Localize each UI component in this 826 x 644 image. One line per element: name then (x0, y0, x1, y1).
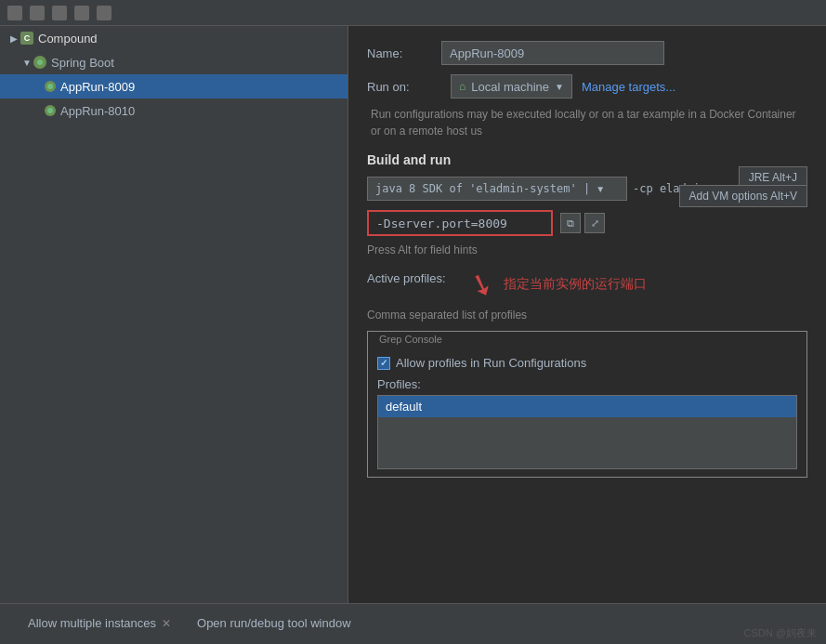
port-field-actions: ⧉ ⤢ (560, 213, 605, 233)
grep-console-title: Grep Console (374, 332, 448, 347)
bottom-bar: Allow multiple instances ✕ Open run/debu… (0, 603, 826, 644)
profiles-list: default (377, 395, 797, 469)
checkmark-icon: ✓ (380, 358, 387, 368)
checkbox-row: ✓ Allow profiles in Run Configurations (377, 356, 797, 370)
allow-profiles-checkbox[interactable]: ✓ (377, 357, 390, 370)
close-icon-multiple[interactable]: ✕ (162, 617, 171, 630)
description-text: Run configurations may be executed local… (367, 106, 807, 139)
sdk-value: java 8 SDK of 'eladmin-system' | (375, 182, 590, 195)
open-debug-tool-label: Open run/debug tool window (197, 616, 351, 630)
hint-text: Press Alt for field hints (367, 243, 807, 256)
sidebar-item-springboot[interactable]: ▼ Spring Boot (0, 50, 347, 74)
run-on-value: Local machine (471, 80, 549, 94)
allow-multiple-instances-label: Allow multiple instances (28, 616, 156, 630)
sidebar-item-compound[interactable]: ▶ C Compound (0, 26, 347, 50)
sdk-dropdown-arrow-icon: ▼ (596, 184, 605, 194)
allow-multiple-instances-item[interactable]: Allow multiple instances ✕ (15, 611, 184, 637)
allow-profiles-label: Allow profiles in Run Configurations (396, 356, 586, 370)
run-on-label: Run on: (367, 80, 441, 94)
port-field-row: ⧉ ⤢ (367, 210, 807, 236)
open-debug-tool-item[interactable]: Open run/debug tool window (184, 611, 364, 637)
port-input[interactable] (367, 210, 553, 236)
sidebar-label-apprun-8010: AppRun-8010 (60, 104, 135, 118)
sidebar-label-springboot: Spring Boot (51, 56, 114, 70)
chevron-down-icon: ▶ (7, 32, 20, 45)
annotation-text: 指定当前实例的运行端口 (504, 276, 647, 293)
profiles-row: Active profiles: ➘ 指定当前实例的运行端口 (367, 269, 807, 303)
toolbar (0, 0, 826, 26)
minus-icon (30, 6, 45, 20)
apprun-icon-8009 (45, 81, 56, 92)
chevron-down-icon-springboot: ▼ (20, 56, 33, 69)
springboot-icon (33, 56, 46, 69)
sidebar-label-compound: Compound (38, 32, 98, 46)
annotation-container: ➘ 指定当前实例的运行端口 (469, 269, 807, 299)
copy-icon[interactable]: ⧉ (560, 213, 581, 233)
dropdown-arrow-icon: ▼ (555, 82, 564, 92)
section-title-build-run: Build and run (367, 152, 807, 167)
manage-targets-link[interactable]: Manage targets... (582, 80, 675, 94)
box-icon (7, 6, 22, 20)
restore-icon (52, 6, 67, 20)
tooltip-addvm: Add VM options Alt+V (679, 185, 807, 207)
annotation-arrow-icon: ➘ (465, 266, 498, 302)
sidebar: ▶ C Compound ▼ Spring Boot AppRun-8009 A… (0, 26, 348, 603)
active-profiles-label: Active profiles: (367, 269, 460, 285)
name-label: Name: (367, 46, 441, 60)
profiles-list-item-default[interactable]: default (378, 396, 796, 417)
compound-icon: C (20, 32, 33, 45)
grep-console-section: Grep Console ✓ Allow profiles in Run Con… (367, 331, 807, 478)
run-on-row: Run on: ⌂ Local machine ▼ Manage targets… (367, 74, 807, 99)
profiles-content: ➘ 指定当前实例的运行端口 (469, 269, 807, 303)
run-on-selector[interactable]: ⌂ Local machine ▼ (451, 74, 572, 99)
profiles-field-label: Profiles: (377, 377, 797, 391)
settings-icon (97, 6, 111, 20)
sidebar-item-apprun-8010[interactable]: AppRun-8010 (0, 99, 347, 123)
grep-console-content: ✓ Allow profiles in Run Configurations P… (368, 350, 806, 477)
name-input[interactable] (441, 41, 664, 65)
home-icon: ⌂ (459, 80, 465, 93)
sidebar-label-apprun-8009: AppRun-8009 (60, 80, 135, 94)
apprun-icon-8010 (45, 105, 56, 116)
close-icon (74, 6, 89, 20)
watermark-text: CSDN @妈夜来 (744, 626, 817, 640)
sidebar-item-apprun-8009[interactable]: AppRun-8009 (0, 74, 347, 99)
main-layout: ▶ C Compound ▼ Spring Boot AppRun-8009 A… (0, 26, 826, 603)
comma-hint: Comma separated list of profiles (367, 309, 807, 322)
right-panel: Name: Run on: ⌂ Local machine ▼ Manage t… (348, 26, 826, 603)
name-row: Name: (367, 41, 807, 65)
expand-icon[interactable]: ⤢ (584, 213, 605, 233)
sdk-selector[interactable]: java 8 SDK of 'eladmin-system' | ▼ (367, 177, 627, 201)
